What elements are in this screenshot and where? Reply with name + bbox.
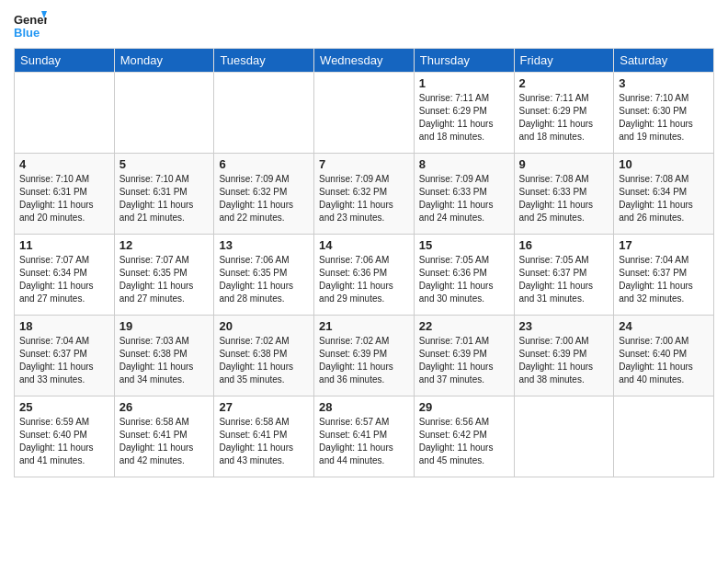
calendar-cell: 8Sunrise: 7:09 AMSunset: 6:33 PMDaylight… — [414, 154, 514, 235]
day-number: 26 — [119, 400, 210, 414]
calendar-cell: 4Sunrise: 7:10 AMSunset: 6:31 PMDaylight… — [15, 154, 115, 235]
calendar-cell — [514, 396, 614, 477]
cell-info: Sunrise: 7:08 AMSunset: 6:34 PMDaylight:… — [619, 173, 709, 224]
week-row-3: 18Sunrise: 7:04 AMSunset: 6:37 PMDayligh… — [15, 316, 714, 396]
day-number: 18 — [19, 319, 109, 333]
calendar-cell: 23Sunrise: 7:00 AMSunset: 6:39 PMDayligh… — [514, 316, 614, 396]
cell-info: Sunrise: 7:01 AMSunset: 6:39 PMDaylight:… — [419, 335, 509, 386]
calendar-cell: 11Sunrise: 7:07 AMSunset: 6:34 PMDayligh… — [15, 235, 115, 316]
day-number: 16 — [519, 238, 609, 252]
cell-info: Sunrise: 6:58 AMSunset: 6:41 PMDaylight:… — [219, 416, 309, 467]
day-number: 28 — [319, 400, 409, 414]
day-number: 22 — [419, 319, 509, 333]
cell-info: Sunrise: 7:00 AMSunset: 6:40 PMDaylight:… — [619, 335, 709, 386]
cell-info: Sunrise: 7:02 AMSunset: 6:39 PMDaylight:… — [319, 335, 409, 386]
week-row-4: 25Sunrise: 6:59 AMSunset: 6:40 PMDayligh… — [15, 396, 714, 477]
calendar-cell: 5Sunrise: 7:10 AMSunset: 6:31 PMDaylight… — [114, 154, 214, 235]
day-number: 21 — [319, 319, 409, 333]
day-number: 1 — [419, 76, 509, 90]
cell-info: Sunrise: 6:58 AMSunset: 6:41 PMDaylight:… — [119, 416, 210, 467]
weekday-header-tuesday: Tuesday — [214, 49, 314, 73]
day-number: 25 — [19, 400, 109, 414]
weekday-header-row: SundayMondayTuesdayWednesdayThursdayFrid… — [15, 49, 714, 73]
cell-info: Sunrise: 7:10 AMSunset: 6:30 PMDaylight:… — [619, 92, 709, 144]
calendar-cell: 1Sunrise: 7:11 AMSunset: 6:29 PMDaylight… — [414, 73, 514, 154]
day-number: 24 — [619, 319, 709, 333]
day-number: 11 — [19, 238, 109, 252]
logo-svg: General Blue — [14, 9, 47, 42]
day-number: 10 — [619, 157, 709, 171]
calendar-cell: 13Sunrise: 7:06 AMSunset: 6:35 PMDayligh… — [214, 235, 314, 316]
calendar-cell: 19Sunrise: 7:03 AMSunset: 6:38 PMDayligh… — [114, 316, 214, 396]
calendar-cell: 2Sunrise: 7:11 AMSunset: 6:29 PMDaylight… — [514, 73, 614, 154]
calendar-body: 1Sunrise: 7:11 AMSunset: 6:29 PMDaylight… — [15, 73, 714, 477]
calendar-cell: 9Sunrise: 7:08 AMSunset: 6:33 PMDaylight… — [514, 154, 614, 235]
cell-info: Sunrise: 7:11 AMSunset: 6:29 PMDaylight:… — [519, 92, 609, 144]
weekday-header-thursday: Thursday — [414, 49, 514, 73]
day-number: 20 — [219, 319, 309, 333]
weekday-header-monday: Monday — [114, 49, 214, 73]
weekday-header-friday: Friday — [514, 49, 614, 73]
calendar-cell: 20Sunrise: 7:02 AMSunset: 6:38 PMDayligh… — [214, 316, 314, 396]
calendar-table: SundayMondayTuesdayWednesdayThursdayFrid… — [14, 48, 714, 477]
cell-info: Sunrise: 7:09 AMSunset: 6:32 PMDaylight:… — [319, 173, 409, 224]
weekday-header-saturday: Saturday — [614, 49, 714, 73]
day-number: 9 — [519, 157, 609, 171]
calendar-header: SundayMondayTuesdayWednesdayThursdayFrid… — [15, 49, 714, 73]
calendar-cell: 3Sunrise: 7:10 AMSunset: 6:30 PMDaylight… — [614, 73, 714, 154]
weekday-header-sunday: Sunday — [15, 49, 115, 73]
calendar-cell: 12Sunrise: 7:07 AMSunset: 6:35 PMDayligh… — [114, 235, 214, 316]
calendar-cell: 18Sunrise: 7:04 AMSunset: 6:37 PMDayligh… — [15, 316, 115, 396]
weekday-header-wednesday: Wednesday — [314, 49, 415, 73]
calendar-cell: 27Sunrise: 6:58 AMSunset: 6:41 PMDayligh… — [214, 396, 314, 477]
svg-text:Blue: Blue — [14, 26, 40, 40]
calendar-cell — [314, 73, 415, 154]
cell-info: Sunrise: 7:07 AMSunset: 6:34 PMDaylight:… — [19, 254, 109, 305]
calendar-cell: 21Sunrise: 7:02 AMSunset: 6:39 PMDayligh… — [314, 316, 415, 396]
calendar-cell: 22Sunrise: 7:01 AMSunset: 6:39 PMDayligh… — [414, 316, 514, 396]
calendar-cell: 26Sunrise: 6:58 AMSunset: 6:41 PMDayligh… — [114, 396, 214, 477]
cell-info: Sunrise: 7:10 AMSunset: 6:31 PMDaylight:… — [19, 173, 109, 224]
calendar-cell: 6Sunrise: 7:09 AMSunset: 6:32 PMDaylight… — [214, 154, 314, 235]
header: General Blue — [14, 9, 714, 42]
week-row-0: 1Sunrise: 7:11 AMSunset: 6:29 PMDaylight… — [15, 73, 714, 154]
cell-info: Sunrise: 7:00 AMSunset: 6:39 PMDaylight:… — [519, 335, 609, 386]
cell-info: Sunrise: 7:05 AMSunset: 6:37 PMDaylight:… — [519, 254, 609, 305]
cell-info: Sunrise: 7:06 AMSunset: 6:36 PMDaylight:… — [319, 254, 409, 305]
day-number: 19 — [119, 319, 210, 333]
calendar-cell: 16Sunrise: 7:05 AMSunset: 6:37 PMDayligh… — [514, 235, 614, 316]
calendar-cell — [15, 73, 115, 154]
week-row-2: 11Sunrise: 7:07 AMSunset: 6:34 PMDayligh… — [15, 235, 714, 316]
day-number: 15 — [419, 238, 509, 252]
calendar-cell — [614, 396, 714, 477]
day-number: 14 — [319, 238, 409, 252]
calendar-cell: 14Sunrise: 7:06 AMSunset: 6:36 PMDayligh… — [314, 235, 415, 316]
calendar-cell: 15Sunrise: 7:05 AMSunset: 6:36 PMDayligh… — [414, 235, 514, 316]
day-number: 6 — [219, 157, 309, 171]
cell-info: Sunrise: 7:07 AMSunset: 6:35 PMDaylight:… — [119, 254, 210, 305]
cell-info: Sunrise: 6:57 AMSunset: 6:41 PMDaylight:… — [319, 416, 409, 467]
day-number: 23 — [519, 319, 609, 333]
day-number: 2 — [519, 76, 609, 90]
cell-info: Sunrise: 7:05 AMSunset: 6:36 PMDaylight:… — [419, 254, 509, 305]
cell-info: Sunrise: 7:03 AMSunset: 6:38 PMDaylight:… — [119, 335, 210, 386]
calendar-cell: 25Sunrise: 6:59 AMSunset: 6:40 PMDayligh… — [15, 396, 115, 477]
calendar-cell: 24Sunrise: 7:00 AMSunset: 6:40 PMDayligh… — [614, 316, 714, 396]
svg-text:General: General — [14, 13, 47, 27]
page: General Blue SundayMondayTuesdayWednesda… — [0, 0, 728, 563]
calendar-cell — [214, 73, 314, 154]
cell-info: Sunrise: 7:04 AMSunset: 6:37 PMDaylight:… — [619, 254, 709, 305]
cell-info: Sunrise: 7:08 AMSunset: 6:33 PMDaylight:… — [519, 173, 609, 224]
day-number: 29 — [419, 400, 509, 414]
calendar-cell — [114, 73, 214, 154]
day-number: 27 — [219, 400, 309, 414]
day-number: 8 — [419, 157, 509, 171]
day-number: 3 — [619, 76, 709, 90]
day-number: 5 — [119, 157, 210, 171]
cell-info: Sunrise: 6:59 AMSunset: 6:40 PMDaylight:… — [19, 416, 109, 467]
cell-info: Sunrise: 6:56 AMSunset: 6:42 PMDaylight:… — [419, 416, 509, 467]
day-number: 7 — [319, 157, 409, 171]
day-number: 12 — [119, 238, 210, 252]
cell-info: Sunrise: 7:02 AMSunset: 6:38 PMDaylight:… — [219, 335, 309, 386]
logo: General Blue — [14, 9, 47, 42]
